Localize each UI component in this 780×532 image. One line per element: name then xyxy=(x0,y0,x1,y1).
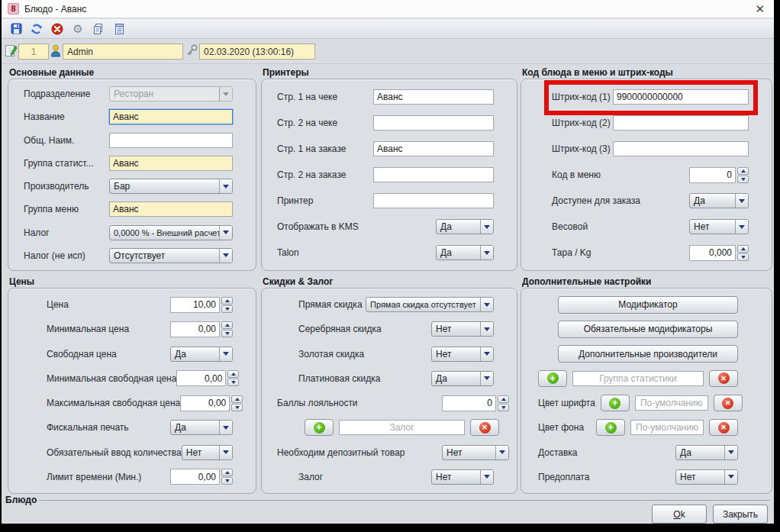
spin-down-icon[interactable] xyxy=(227,379,239,386)
printer-input[interactable] xyxy=(373,193,494,208)
clear-font-color-button[interactable]: ✕ xyxy=(714,395,743,411)
spin-down-icon[interactable] xyxy=(221,477,233,485)
menu-code-spinner[interactable] xyxy=(689,167,749,183)
spin-down-icon[interactable] xyxy=(498,404,509,411)
line1-check-input[interactable] xyxy=(373,89,494,105)
chevron-down-icon[interactable] xyxy=(724,470,737,484)
save-icon[interactable] xyxy=(9,22,23,36)
barcode1-input[interactable] xyxy=(613,89,749,105)
min-free-price-spinner[interactable] xyxy=(176,370,239,386)
silver-discount-dropdown[interactable]: Нет xyxy=(431,321,494,337)
spin-up-icon[interactable] xyxy=(498,395,509,403)
datetime-field[interactable]: 02.03.2020 (13:00:16) xyxy=(199,44,315,60)
spin-up-icon[interactable] xyxy=(221,321,233,329)
spin-down-icon[interactable] xyxy=(737,176,749,183)
refresh-icon[interactable] xyxy=(30,22,44,36)
barcode3-input[interactable] xyxy=(613,141,749,156)
clear-bg-color-button[interactable]: ✕ xyxy=(709,419,738,436)
orderable-dropdown[interactable]: Да xyxy=(689,193,749,208)
chevron-down-icon[interactable] xyxy=(219,421,232,434)
modifier-button[interactable]: Модификатор xyxy=(558,296,738,314)
close-button[interactable]: Закрыть xyxy=(713,505,768,524)
tax-dropdown[interactable]: 0,0000 % - Внешний расчет xyxy=(109,225,233,240)
chevron-down-icon[interactable] xyxy=(219,347,232,361)
chevron-down-icon[interactable] xyxy=(219,226,232,240)
chevron-down-icon[interactable] xyxy=(480,298,493,311)
spin-up-icon[interactable] xyxy=(221,297,233,305)
ok-button[interactable]: Ok xyxy=(652,505,707,524)
line2-check-input[interactable] xyxy=(373,115,494,131)
fiscal-print-dropdown[interactable]: Да xyxy=(170,420,233,435)
deposit-required-dropdown[interactable]: Нет xyxy=(442,445,509,460)
spin-down-icon[interactable] xyxy=(221,305,233,313)
spin-up-icon[interactable] xyxy=(737,167,749,175)
edit-record-icon[interactable] xyxy=(5,44,18,58)
tax-unused-dropdown[interactable]: Отсутствует xyxy=(109,248,233,263)
chevron-down-icon[interactable] xyxy=(735,194,748,208)
record-id-field[interactable]: 1 xyxy=(18,44,49,60)
stat-group-picker-input[interactable] xyxy=(572,371,704,386)
spin-up-icon[interactable] xyxy=(737,245,749,253)
user-name-field[interactable]: Admin xyxy=(63,44,183,60)
prepayment-dropdown[interactable]: Нет xyxy=(675,469,738,485)
chevron-down-icon[interactable] xyxy=(480,470,493,484)
pick-bg-color-button[interactable]: + xyxy=(596,419,625,436)
spin-up-icon[interactable] xyxy=(221,469,233,476)
chevron-down-icon[interactable] xyxy=(219,446,232,459)
stat-group-input[interactable] xyxy=(109,156,233,171)
spin-up-icon[interactable] xyxy=(227,370,239,378)
gold-discount-dropdown[interactable]: Нет xyxy=(431,347,494,362)
pick-font-color-button[interactable]: + xyxy=(601,395,630,411)
chevron-down-icon[interactable] xyxy=(724,446,737,459)
add-deposit-button[interactable]: + xyxy=(305,419,334,436)
settings-icon[interactable]: ⚙ xyxy=(71,22,85,36)
deposit-dropdown[interactable]: Нет xyxy=(431,469,494,485)
menu-group-input[interactable] xyxy=(109,202,233,217)
min-price-spinner[interactable] xyxy=(170,321,233,337)
delivery-dropdown[interactable]: Да xyxy=(675,445,738,460)
chevron-down-icon[interactable] xyxy=(480,220,493,234)
font-color-input[interactable] xyxy=(635,395,708,411)
spin-down-icon[interactable] xyxy=(737,253,749,261)
barcode2-input[interactable] xyxy=(613,115,749,131)
producer-dropdown[interactable]: Бар xyxy=(109,179,233,194)
spin-down-icon[interactable] xyxy=(231,404,243,411)
loyalty-points-spinner[interactable] xyxy=(442,395,509,411)
close-window-icon[interactable]: ✕ xyxy=(755,2,765,17)
qty-required-dropdown[interactable]: Нет xyxy=(182,445,233,460)
price-spinner[interactable] xyxy=(170,297,233,313)
copy-icon[interactable] xyxy=(92,22,105,36)
spin-down-icon[interactable] xyxy=(221,330,233,337)
deposit-picker-input[interactable] xyxy=(339,420,465,435)
weighted-dropdown[interactable]: Нет xyxy=(689,219,749,234)
chevron-down-icon[interactable] xyxy=(219,179,232,193)
chevron-down-icon[interactable] xyxy=(735,220,748,234)
chevron-down-icon[interactable] xyxy=(480,372,493,385)
chevron-down-icon[interactable] xyxy=(480,347,493,361)
clear-deposit-button[interactable]: ✕ xyxy=(470,419,499,436)
chevron-down-icon[interactable] xyxy=(219,249,232,263)
cancel-icon[interactable] xyxy=(50,22,64,36)
line2-order-input[interactable] xyxy=(373,167,494,182)
kms-dropdown[interactable]: Да xyxy=(436,219,494,234)
chevron-down-icon[interactable] xyxy=(495,446,508,459)
platinum-discount-dropdown[interactable]: Да xyxy=(431,371,494,386)
line1-order-input[interactable] xyxy=(373,141,494,156)
add-stat-group-button[interactable]: + xyxy=(538,370,567,387)
tara-spinner[interactable] xyxy=(689,245,749,261)
talon-dropdown[interactable]: Да xyxy=(436,245,494,260)
direct-discount-dropdown[interactable]: Прямая скидка отсутствует xyxy=(366,297,494,312)
extra-producers-button[interactable]: Дополнительные производители xyxy=(558,345,738,363)
required-modifiers-button[interactable]: Обязательные модификаторы xyxy=(558,321,738,338)
notes-icon[interactable] xyxy=(112,22,126,36)
chevron-down-icon[interactable] xyxy=(480,322,493,336)
chevron-down-icon[interactable] xyxy=(480,246,493,260)
clear-stat-group-button[interactable]: ✕ xyxy=(709,370,738,387)
spin-up-icon[interactable] xyxy=(231,395,243,403)
time-limit-spinner[interactable] xyxy=(170,469,233,485)
name-input[interactable] xyxy=(109,109,233,124)
free-price-dropdown[interactable]: Да xyxy=(170,347,233,362)
max-free-price-spinner[interactable] xyxy=(180,395,243,411)
bg-color-input[interactable] xyxy=(630,420,704,435)
common-name-input[interactable] xyxy=(109,133,233,148)
